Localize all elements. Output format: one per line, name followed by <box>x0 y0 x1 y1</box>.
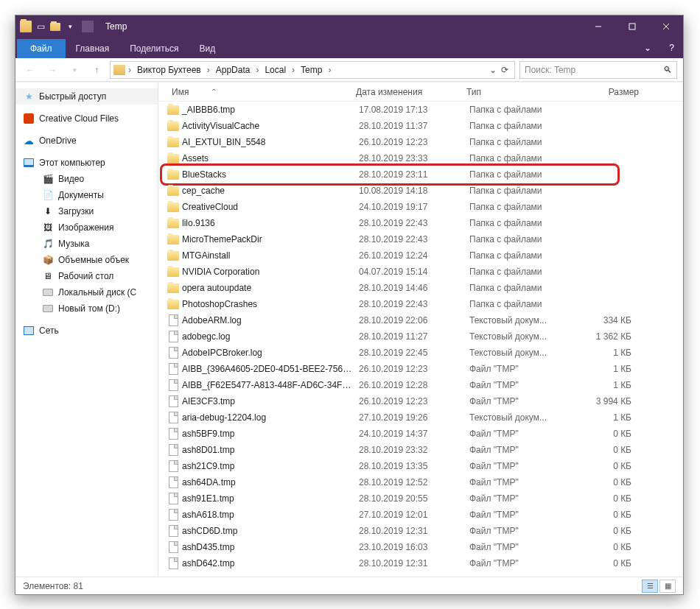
list-item[interactable]: AIE3CF3.tmp26.10.2019 12:23Файл "TMP"3 9… <box>161 393 683 409</box>
col-date[interactable]: Дата изменения <box>350 87 461 97</box>
sidebar-item[interactable]: 🎵Музыка <box>15 236 158 252</box>
tab-file[interactable]: Файл <box>17 39 66 58</box>
sidebar-label: Музыка <box>58 239 89 249</box>
sidebar-onedrive[interactable]: OneDrive <box>15 133 158 149</box>
sidebar-label: Рабочий стол <box>58 271 113 281</box>
tab-view[interactable]: Вид <box>189 39 225 58</box>
list-item[interactable]: AdobeARM.log28.10.2019 22:06Текстовый до… <box>161 312 683 328</box>
list-item[interactable]: ashD435.tmp23.10.2019 16:03Файл "TMP"0 К… <box>161 539 683 555</box>
breadcrumb-segment[interactable]: Local <box>262 65 289 75</box>
sidebar-this-pc[interactable]: Этот компьютер <box>15 155 158 171</box>
item-name: AI_EXTUI_BIN_5548 <box>181 137 353 147</box>
list-item[interactable]: AIBB_{F62E5477-A813-448F-AD6C-34FB7...26… <box>161 377 683 393</box>
window-title: Temp <box>105 21 127 32</box>
breadcrumb-segment[interactable]: AppData <box>213 65 253 75</box>
item-size: 1 КБ <box>574 364 640 374</box>
chevron-right-icon[interactable]: › <box>254 65 260 75</box>
list-item[interactable]: ActivityVisualCache28.10.2019 11:37Папка… <box>161 118 683 134</box>
sidebar-label: OneDrive <box>39 135 77 146</box>
list-item[interactable]: MTGAinstall26.10.2019 12:24Папка с файла… <box>161 247 683 264</box>
item-name: AIBB_{396A4605-2DE0-4D51-BEE2-7565EF... <box>181 364 353 374</box>
nav-forward-button[interactable]: → <box>43 61 61 79</box>
sidebar-item[interactable]: ⬇Загрузки <box>15 203 158 219</box>
list-item[interactable]: ash5BF9.tmp24.10.2019 14:37Файл "TMP"0 К… <box>161 426 683 442</box>
item-size: 0 КБ <box>574 542 640 552</box>
qat-dropdown-icon[interactable]: ▾ <box>64 21 76 32</box>
sidebar-item[interactable]: Новый том (D:) <box>15 300 158 317</box>
address-dropdown-icon[interactable]: ⌄ <box>489 65 497 75</box>
qat-newfolder-icon[interactable] <box>49 21 61 32</box>
nav-back-button[interactable]: ← <box>21 61 39 79</box>
list-item[interactable]: ashA618.tmp27.10.2019 12:01Файл "TMP"0 К… <box>161 507 683 523</box>
view-icons-button[interactable]: ▦ <box>659 580 676 593</box>
list-item[interactable]: AIBB_{396A4605-2DE0-4D51-BEE2-7565EF...2… <box>161 361 683 377</box>
list-item[interactable]: lilo.913628.10.2019 22:43Папка с файлами <box>161 215 683 231</box>
list-item[interactable]: ash8D01.tmp28.10.2019 23:32Файл "TMP"0 К… <box>161 442 683 458</box>
item-type: Файл "TMP" <box>463 493 574 504</box>
search-icon[interactable]: 🔍︎ <box>663 65 672 75</box>
list-item[interactable]: NVIDIA Corporation04.07.2019 15:14Папка … <box>161 264 683 280</box>
sidebar-item[interactable]: 📄Документы <box>15 187 158 203</box>
item-type: Папка с файлами <box>463 121 574 131</box>
tab-home[interactable]: Главная <box>66 39 120 58</box>
breadcrumb-segment[interactable]: Виктор Бухтеев <box>134 65 204 75</box>
nav-recent-dropdown[interactable]: ▾ <box>66 61 83 79</box>
sidebar-creative-cloud[interactable]: Creative Cloud Files <box>15 110 158 127</box>
sidebar-item[interactable]: 🖼Изображения <box>15 219 158 236</box>
sidebar-item[interactable]: 🖥Рабочий стол <box>15 268 158 284</box>
view-details-button[interactable]: ☰ <box>642 580 658 593</box>
list-item[interactable]: CreativeCloud24.10.2019 19:17Папка с фай… <box>161 199 683 215</box>
list-item[interactable]: adobegc.log28.10.2019 11:27Текстовый док… <box>161 328 683 345</box>
col-type[interactable]: Тип <box>461 87 571 97</box>
list-item[interactable]: AI_EXTUI_BIN_554826.10.2019 12:23Папка с… <box>161 134 683 150</box>
refresh-icon[interactable]: ⟳ <box>501 65 508 75</box>
address-bar[interactable]: › Виктор Бухтеев › AppData › Local › Tem… <box>110 61 515 79</box>
item-type: Папка с файлами <box>463 153 574 163</box>
search-input[interactable]: Поиск: Temp 🔍︎ <box>519 61 677 79</box>
sidebar-item[interactable]: 📦Объемные объек <box>15 252 158 268</box>
list-item[interactable]: aria-debug-12204.log27.10.2019 19:26Текс… <box>161 409 683 426</box>
qat-properties-icon[interactable]: ▭ <box>35 21 46 32</box>
sidebar-quick-access[interactable]: ★ Быстрый доступ <box>15 88 158 105</box>
item-date: 28.10.2019 22:43 <box>353 234 463 244</box>
list-item[interactable]: ashCD6D.tmp28.10.2019 12:31Файл "TMP"0 К… <box>161 523 683 539</box>
item-type: Папка с файлами <box>463 234 574 244</box>
list-item[interactable]: MicroThemePackDir28.10.2019 22:43Папка с… <box>161 231 683 247</box>
file-icon <box>169 525 178 537</box>
help-icon[interactable]: ? <box>660 43 683 53</box>
chevron-right-icon[interactable]: › <box>127 65 133 75</box>
item-date: 24.10.2019 14:37 <box>353 429 463 439</box>
chevron-right-icon[interactable]: › <box>326 65 332 75</box>
item-name: MTGAinstall <box>181 250 353 261</box>
list-item[interactable]: AdobeIPCBroker.log28.10.2019 22:45Тексто… <box>161 345 683 361</box>
close-button[interactable] <box>649 15 683 38</box>
list-item[interactable]: ash21C9.tmp28.10.2019 13:35Файл "TMP"0 К… <box>161 458 683 474</box>
list-item[interactable]: ash64DA.tmp28.10.2019 12:52Файл "TMP"0 К… <box>161 474 683 490</box>
sidebar-item[interactable]: 🎬Видео <box>15 171 158 187</box>
list-item[interactable]: opera autoupdate28.10.2019 14:46Папка с … <box>161 280 683 296</box>
item-date: 26.10.2019 12:23 <box>353 137 463 147</box>
status-bar: Элементов: 81 ☰ ▦ <box>15 577 683 594</box>
chevron-right-icon[interactable]: › <box>206 65 211 75</box>
item-size: 0 КБ <box>574 445 640 455</box>
sidebar-network[interactable]: Сеть <box>15 323 158 339</box>
ribbon-expand-icon[interactable]: ⌄ <box>635 43 660 53</box>
chevron-right-icon[interactable]: › <box>290 65 296 75</box>
maximize-button[interactable] <box>615 15 649 38</box>
file-icon <box>169 379 178 391</box>
col-size[interactable]: Размер <box>571 87 645 97</box>
file-icon <box>169 476 178 488</box>
col-name[interactable]: Имя⌃ <box>166 87 350 97</box>
file-icon <box>169 557 178 569</box>
nav-up-button[interactable]: ↑ <box>88 61 105 79</box>
minimize-button[interactable] <box>581 15 615 38</box>
breadcrumb-segment[interactable]: Temp <box>298 65 325 75</box>
list-item[interactable]: PhotoshopCrashes28.10.2019 22:43Папка с … <box>161 296 683 312</box>
sidebar-item[interactable]: Локальный диск (C <box>15 284 158 300</box>
list-item[interactable]: _AIBBB6.tmp17.08.2019 17:13Папка с файла… <box>161 102 683 118</box>
list-item[interactable]: ash91E1.tmp28.10.2019 20:55Файл "TMP"0 К… <box>161 490 683 507</box>
tab-share[interactable]: Поделиться <box>119 39 189 58</box>
list-item[interactable]: ashD642.tmp28.10.2019 12:31Файл "TMP"0 К… <box>161 555 683 571</box>
list-item[interactable]: BlueStacks28.10.2019 23:11Папка с файлам… <box>161 166 683 183</box>
item-date: 28.10.2019 22:45 <box>353 348 463 358</box>
